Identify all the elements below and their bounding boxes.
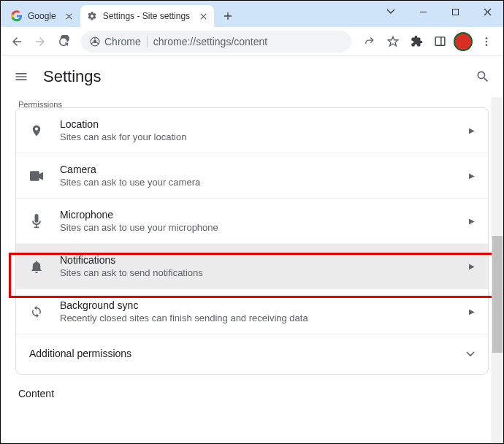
titlebar: Google Settings - Site settings: [1, 1, 503, 27]
tab-strip: Google Settings - Site settings: [1, 5, 237, 27]
close-button[interactable]: [471, 1, 503, 23]
divider: [147, 36, 148, 47]
share-icon[interactable]: [359, 31, 381, 53]
location-icon: [29, 124, 44, 137]
chevron-right-icon: ▶: [469, 172, 475, 180]
google-favicon: [11, 10, 23, 22]
close-icon[interactable]: [198, 11, 208, 21]
minimize-button[interactable]: [407, 1, 439, 23]
camera-icon: [29, 171, 44, 181]
section-permissions: Permissions: [15, 97, 489, 107]
svg-point-7: [486, 44, 488, 46]
reload-button[interactable]: [53, 31, 74, 52]
row-sub: Sites can ask to use your camera: [60, 177, 200, 188]
omnibox-url: chrome://settings/content: [153, 36, 267, 47]
page-title: Settings: [43, 67, 102, 86]
profile-avatar[interactable]: [452, 31, 474, 53]
svg-rect-0: [452, 9, 458, 15]
row-title: Microphone: [60, 209, 218, 221]
svg-point-2: [93, 39, 97, 43]
svg-rect-3: [435, 37, 445, 45]
chevron-right-icon: ▶: [469, 217, 475, 225]
chevron-right-icon: ▶: [469, 126, 475, 134]
forward-button[interactable]: [30, 31, 50, 52]
chevron-right-icon: ▶: [469, 262, 475, 270]
omnibox-scheme: Chrome: [90, 36, 141, 47]
row-title: Background sync: [60, 299, 308, 311]
omnibox[interactable]: Chrome chrome://settings/content: [81, 31, 351, 53]
new-tab-button[interactable]: [218, 7, 237, 26]
microphone-icon: [29, 214, 44, 229]
section-content: Content: [15, 375, 489, 402]
toolbar-icons: [359, 31, 497, 53]
omnibox-prefix: Chrome: [104, 36, 141, 47]
row-sub: Sites can ask to use your microphone: [60, 222, 218, 233]
tab-title: Google: [28, 11, 56, 21]
sidepanel-icon[interactable]: [429, 31, 451, 53]
row-notifications[interactable]: Notifications Sites can ask to send noti…: [16, 243, 488, 288]
svg-point-5: [486, 37, 488, 39]
row-additional-permissions[interactable]: Additional permissions: [16, 334, 488, 374]
row-location[interactable]: Location Sites can ask for your location…: [16, 108, 488, 153]
bell-icon: [29, 260, 44, 273]
row-title: Notifications: [60, 254, 203, 266]
row-title: Location: [60, 118, 186, 130]
star-icon[interactable]: [382, 31, 404, 53]
row-microphone[interactable]: Microphone Sites can ask to use your mic…: [16, 198, 488, 243]
chevron-down-icon[interactable]: [375, 1, 407, 23]
tab-title: Settings - Site settings: [103, 11, 190, 21]
row-sub: Recently closed sites can finish sending…: [60, 313, 308, 324]
row-camera[interactable]: Camera Sites can ask to use your camera …: [16, 153, 488, 198]
scrollbar[interactable]: [492, 97, 503, 443]
chevron-right-icon: ▶: [469, 307, 475, 315]
extensions-icon[interactable]: [405, 31, 427, 53]
menu-icon[interactable]: [14, 69, 28, 84]
svg-point-6: [486, 40, 488, 42]
settings-header: Settings: [1, 56, 503, 97]
chevron-down-icon: [466, 351, 475, 357]
maximize-button[interactable]: [439, 1, 471, 23]
row-sub: Sites can ask to send notifications: [60, 267, 203, 278]
search-icon[interactable]: [476, 69, 490, 84]
sync-icon: [29, 305, 44, 318]
row-bgsync[interactable]: Background sync Recently closed sites ca…: [16, 288, 488, 334]
back-button[interactable]: [7, 31, 27, 52]
tab-google[interactable]: Google: [5, 5, 80, 27]
close-icon[interactable]: [64, 11, 75, 21]
window-controls: [375, 1, 503, 23]
row-title: Additional permissions: [29, 348, 131, 359]
tab-settings[interactable]: Settings - Site settings: [80, 5, 214, 27]
toolbar: Chrome chrome://settings/content: [1, 27, 503, 56]
row-sub: Sites can ask for your location: [60, 131, 186, 142]
kebab-menu-icon[interactable]: [476, 31, 497, 53]
row-title: Camera: [60, 164, 200, 175]
content-area: Permissions Location Sites can ask for y…: [1, 97, 503, 443]
gear-icon: [86, 10, 98, 22]
scrollbar-thumb[interactable]: [492, 236, 503, 353]
permissions-card: Location Sites can ask for your location…: [15, 107, 489, 375]
